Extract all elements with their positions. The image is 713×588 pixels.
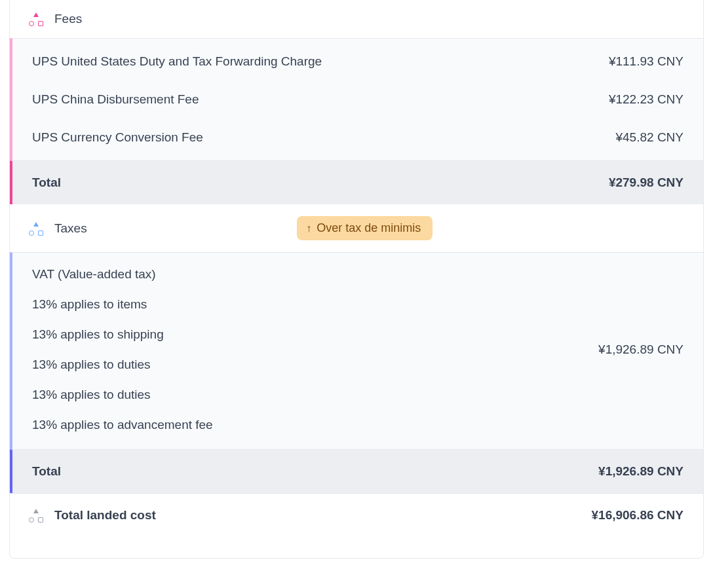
fees-total-row: Total ¥279.98 CNY <box>10 160 703 204</box>
arrow-up-icon: ↑ <box>306 223 311 234</box>
hierarchy-icon <box>29 12 43 26</box>
taxes-line-items: VAT (Value-added tax) 13% applies to ite… <box>10 252 703 449</box>
cost-breakdown-card: Fees UPS United States Duty and Tax Forw… <box>9 0 704 559</box>
vat-block: VAT (Value-added tax) 13% applies to ite… <box>12 253 703 449</box>
fee-name: UPS China Disbursement Fee <box>32 92 199 107</box>
fees-total-amount: ¥279.98 CNY <box>609 175 684 190</box>
fee-amount: ¥122.23 CNY <box>609 92 684 107</box>
fee-line-item: UPS United States Duty and Tax Forwardin… <box>12 39 703 84</box>
vat-lines: VAT (Value-added tax) 13% applies to ite… <box>32 267 213 432</box>
vat-line: 13% applies to advancement fee <box>32 418 213 432</box>
fees-total-label: Total <box>32 175 61 190</box>
vat-line: 13% applies to duties <box>32 388 213 402</box>
vat-line: 13% applies to items <box>32 297 213 312</box>
taxes-title: Taxes <box>54 221 87 236</box>
hierarchy-icon <box>29 222 43 235</box>
fee-amount: ¥45.82 CNY <box>615 130 684 145</box>
fee-amount: ¥111.93 CNY <box>609 54 684 69</box>
landed-label: Total landed cost <box>54 508 156 523</box>
hierarchy-icon <box>29 509 43 522</box>
fee-name: UPS Currency Conversion Fee <box>32 130 203 145</box>
landed-left: Total landed cost <box>29 508 156 523</box>
vat-line: 13% applies to duties <box>32 358 213 372</box>
fee-name: UPS United States Duty and Tax Forwardin… <box>32 54 322 69</box>
badge-text: Over tax de minimis <box>317 221 421 235</box>
landed-amount: ¥16,906.86 CNY <box>592 508 684 523</box>
fee-line-item: UPS Currency Conversion Fee ¥45.82 CNY <box>12 122 703 160</box>
total-landed-row: Total landed cost ¥16,906.86 CNY <box>10 493 703 558</box>
taxes-total-amount: ¥1,926.89 CNY <box>598 464 684 479</box>
fees-section-header: Fees <box>10 0 703 38</box>
taxes-total-label: Total <box>32 464 61 479</box>
vat-amount: ¥1,926.89 CNY <box>598 342 684 357</box>
vat-line: 13% applies to shipping <box>32 327 213 342</box>
taxes-section-header: Taxes ↑ Over tax de minimis <box>10 204 703 252</box>
fee-line-item: UPS China Disbursement Fee ¥122.23 CNY <box>12 84 703 122</box>
tax-de-minimis-badge: ↑ Over tax de minimis <box>297 216 433 240</box>
taxes-total-row: Total ¥1,926.89 CNY <box>10 449 703 493</box>
vat-title: VAT (Value-added tax) <box>32 267 213 282</box>
fees-title: Fees <box>54 12 82 26</box>
fees-line-items: UPS United States Duty and Tax Forwardin… <box>10 38 703 160</box>
